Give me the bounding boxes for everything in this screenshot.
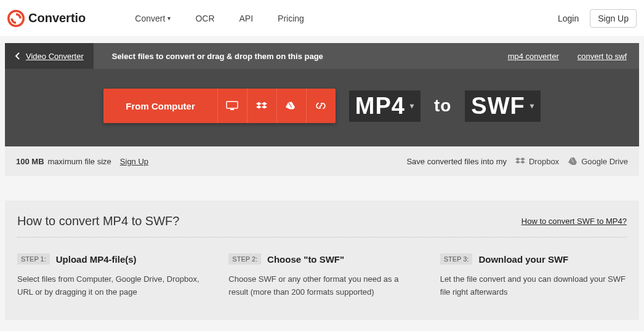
google-drive-icon [285,101,297,111]
caret-down-icon: ▾ [410,102,414,110]
from-computer-button[interactable]: From Computer [103,89,217,123]
step-badge: STEP 1: [17,253,50,265]
filesize-limit-value: 100 MB [16,157,44,166]
save-into-label: Save converted files into my [406,157,507,166]
step-title: Download your SWF [478,254,568,265]
svg-rect-2 [230,109,234,110]
brand-name: Convertio [28,11,86,25]
infobar-signup-link[interactable]: Sign Up [120,157,148,166]
nav-ocr[interactable]: OCR [195,14,214,23]
dropbox-icon [256,101,268,111]
from-url-button[interactable] [306,89,336,123]
nav-convert[interactable]: Convert▾ [135,14,171,23]
conversion-hero: From Computer MP4 ▾ to SWF ▾ [5,69,639,146]
step-body: Select files from Computer, Google Drive… [17,273,204,299]
subheader-links: mp4 converter convert to swf [508,52,639,61]
howto-section: How to convert MP4 to SWF? How to conver… [5,201,639,320]
target-format-label: SWF [471,93,525,119]
dropbox-icon [515,157,525,166]
from-desktop-button[interactable] [217,89,247,123]
step-title: Upload MP4-file(s) [56,254,137,265]
svg-rect-1 [227,102,238,108]
step-body: Let the file convert and you can downloa… [440,273,627,299]
convert-to-swf-link[interactable]: convert to swf [578,52,627,61]
desktop-icon [226,101,238,111]
save-gdrive-button[interactable]: Google Drive [568,157,628,166]
howto-reverse-link[interactable]: How to convert SWF to MP4? [521,217,627,226]
step-body: Choose SWF or any other format you need … [228,273,415,299]
primary-nav: Convert▾ OCR API Pricing [135,14,558,23]
source-picker: From Computer [103,89,336,123]
header-auth: Login Sign Up [558,9,637,28]
caret-down-icon: ▾ [530,102,534,110]
howto-step: STEP 3: Download your SWF Let the file c… [440,253,627,299]
nav-pricing[interactable]: Pricing [278,14,304,23]
chevron-down-icon: ▾ [167,15,171,22]
source-format-label: MP4 [355,93,405,119]
google-drive-icon [568,157,578,166]
step-title: Choose "to SWF" [267,254,344,265]
howto-step: STEP 1: Upload MP4-file(s) Select files … [17,253,204,299]
filesize-limit-label: maximum file size [48,157,111,166]
mp4-converter-link[interactable]: mp4 converter [508,52,559,61]
to-label: to [434,96,451,116]
step-badge: STEP 2: [228,253,261,265]
login-link[interactable]: Login [558,14,579,23]
subheader-instruction: Select files to convert or drag & drop t… [94,52,508,61]
save-dropbox-button[interactable]: Dropbox [515,157,559,166]
brand-logo[interactable]: Convertio [7,10,86,27]
nav-api[interactable]: API [239,14,254,23]
howto-title: How to convert MP4 to SWF? [17,214,179,228]
step-badge: STEP 3: [440,253,473,265]
signup-button[interactable]: Sign Up [590,9,637,28]
breadcrumb: Video Converter [5,43,94,69]
source-format-selector[interactable]: MP4 ▾ [349,90,421,122]
link-icon [315,100,326,111]
info-bar: 100 MB maximum file size Sign Up Save co… [5,146,639,176]
from-dropbox-button[interactable] [247,89,276,123]
sub-header: Video Converter Select files to convert … [5,43,639,69]
convertio-logo-icon [7,10,25,27]
chevron-left-icon [15,52,20,60]
target-format-selector[interactable]: SWF ▾ [465,90,540,122]
main-header: Convertio Convert▾ OCR API Pricing Login… [0,0,644,37]
howto-step: STEP 2: Choose "to SWF" Choose SWF or an… [228,253,415,299]
breadcrumb-link[interactable]: Video Converter [26,52,84,61]
from-gdrive-button[interactable] [276,89,306,123]
